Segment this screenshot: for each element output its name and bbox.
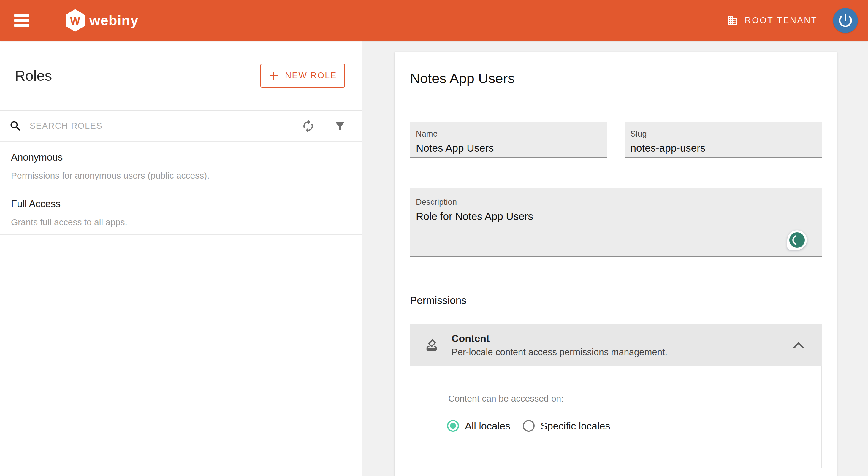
page-title: Roles (15, 67, 52, 84)
refresh-button[interactable] (301, 119, 315, 133)
description-field-value: Role for Notes App Users (416, 211, 816, 222)
name-field-label: Name (416, 129, 601, 138)
roles-panel-header: Roles NEW ROLE (0, 41, 362, 111)
brand-wordmark: webiny (89, 12, 138, 29)
chat-widget-spinner[interactable] (787, 230, 807, 250)
role-list-item-anonymous[interactable]: Anonymous Permissions for anonymous user… (0, 141, 362, 188)
filter-funnel-icon (334, 120, 346, 132)
building-icon (727, 15, 738, 26)
power-icon (837, 12, 854, 29)
locales-question-label: Content can be accessed on: (448, 393, 564, 404)
plus-icon (268, 70, 279, 81)
webiny-logo: W webiny (66, 9, 138, 32)
new-role-button-label: NEW ROLE (285, 71, 337, 81)
radio-option-specific-locales[interactable]: Specific locales (523, 420, 610, 432)
tenant-selector[interactable]: ROOT TENANT (727, 15, 817, 26)
radio-specific-locales-label[interactable]: Specific locales (540, 420, 610, 432)
content-section-title: Content (452, 333, 667, 344)
description-field-label: Description (416, 198, 816, 207)
refresh-icon (301, 119, 315, 133)
slug-field-value: notes-app-users (630, 142, 816, 154)
search-roles-input[interactable] (30, 121, 301, 131)
role-detail-area: Notes App Users Name Notes App Users Slu… (362, 41, 868, 476)
radio-all-locales[interactable] (447, 420, 459, 432)
role-name: Anonymous (11, 152, 350, 163)
content-accordion-body: Content can be accessed on: All locales … (410, 366, 822, 468)
name-field-value: Notes App Users (416, 142, 601, 154)
new-role-button[interactable]: NEW ROLE (260, 64, 345, 88)
radio-option-all-locales[interactable]: All locales (447, 420, 510, 432)
role-detail-header: Notes App Users (395, 52, 837, 104)
role-description: Grants full access to all apps. (11, 217, 350, 227)
role-detail-card: Notes App Users Name Notes App Users Slu… (395, 52, 837, 476)
logo-letter: W (70, 15, 80, 27)
tenant-label: ROOT TENANT (745, 15, 817, 25)
chat-spinner-icon (789, 232, 805, 248)
top-app-bar: W webiny ROOT TENANT (0, 0, 868, 41)
ballot-box-icon (425, 338, 438, 352)
filter-button[interactable] (334, 120, 346, 132)
radio-specific-locales[interactable] (523, 420, 535, 432)
search-icon (9, 120, 22, 133)
role-description: Permissions for anonymous users (public … (11, 171, 350, 181)
description-field[interactable]: Description Role for Notes App Users (410, 188, 822, 257)
user-avatar[interactable] (833, 8, 858, 33)
role-detail-title: Notes App Users (410, 70, 515, 86)
content-section-subtitle: Per-locale content access permissions ma… (452, 347, 667, 358)
content-accordion-header[interactable]: Content Per-locale content access permis… (410, 324, 822, 366)
radio-all-locales-label[interactable]: All locales (465, 420, 510, 432)
permissions-heading: Permissions (410, 294, 822, 307)
menu-icon[interactable] (14, 14, 29, 27)
roles-list-panel: Roles NEW ROLE Anonymous Permissions for… (0, 41, 362, 476)
chevron-up-icon[interactable] (793, 342, 804, 349)
content-permissions-accordion: Content Per-locale content access permis… (410, 324, 822, 468)
locales-radio-group: All locales Specific locales (447, 414, 610, 438)
role-name: Full Access (11, 198, 350, 210)
slug-field-label: Slug (630, 129, 816, 138)
slug-field[interactable]: Slug notes-app-users (625, 122, 822, 158)
name-field[interactable]: Name Notes App Users (410, 122, 607, 158)
roles-search-bar (0, 111, 362, 141)
webiny-hexagon-icon: W (66, 9, 85, 32)
role-list-item-full-access[interactable]: Full Access Grants full access to all ap… (0, 188, 362, 235)
